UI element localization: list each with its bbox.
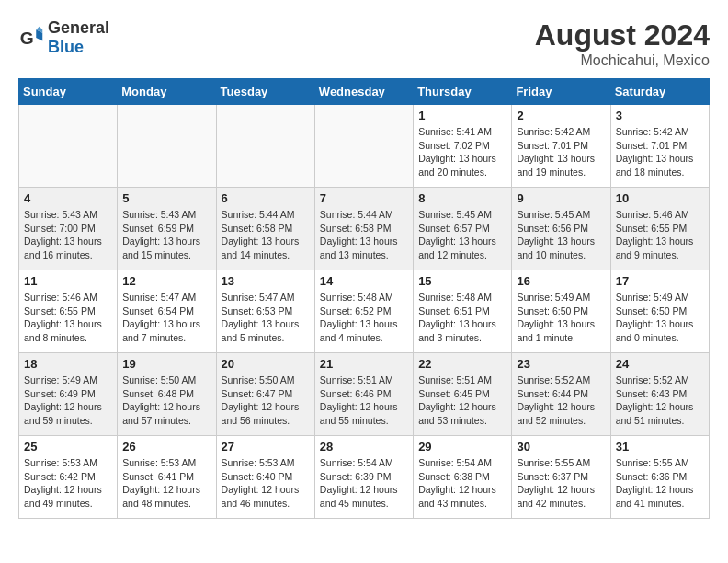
cell-info: Sunrise: 5:53 AMSunset: 6:41 PMDaylight:… [122, 456, 210, 511]
cell-info: Sunrise: 5:42 AMSunset: 7:01 PMDaylight:… [517, 125, 605, 179]
cell-info: Sunrise: 5:44 AMSunset: 6:58 PMDaylight:… [320, 208, 408, 262]
cell-info: Sunrise: 5:45 AMSunset: 6:57 PMDaylight:… [418, 208, 506, 262]
calendar-cell [118, 105, 216, 188]
cell-info: Sunrise: 5:50 AMSunset: 6:48 PMDaylight:… [122, 373, 210, 428]
day-number: 21 [320, 357, 408, 371]
calendar-cell: 8Sunrise: 5:45 AMSunset: 6:57 PMDaylight… [414, 188, 512, 270]
calendar-cell: 24Sunrise: 5:52 AMSunset: 6:43 PMDayligh… [610, 353, 709, 436]
logo-text: General Blue [48, 18, 109, 57]
logo-icon: G [18, 25, 44, 51]
cell-info: Sunrise: 5:52 AMSunset: 6:44 PMDaylight:… [517, 373, 605, 428]
calendar-cell: 6Sunrise: 5:44 AMSunset: 6:58 PMDaylight… [216, 188, 314, 270]
cell-info: Sunrise: 5:53 AMSunset: 6:40 PMDaylight:… [222, 456, 310, 511]
day-number: 16 [517, 274, 605, 288]
cell-info: Sunrise: 5:48 AMSunset: 6:51 PMDaylight:… [418, 291, 506, 345]
cell-info: Sunrise: 5:51 AMSunset: 6:45 PMDaylight:… [418, 373, 506, 428]
day-number: 20 [222, 357, 310, 371]
cell-info: Sunrise: 5:48 AMSunset: 6:52 PMDaylight:… [320, 291, 408, 345]
day-number: 12 [122, 274, 210, 288]
day-number: 11 [24, 274, 112, 288]
day-number: 9 [517, 191, 605, 205]
cell-info: Sunrise: 5:54 AMSunset: 6:39 PMDaylight:… [320, 456, 408, 511]
calendar-cell: 30Sunrise: 5:55 AMSunset: 6:37 PMDayligh… [512, 436, 610, 519]
month-year: August 2024 [535, 18, 710, 52]
week-row-1: 1Sunrise: 5:41 AMSunset: 7:02 PMDaylight… [19, 105, 710, 188]
day-number: 10 [616, 191, 704, 205]
cell-info: Sunrise: 5:49 AMSunset: 6:50 PMDaylight:… [517, 291, 605, 345]
calendar-cell: 5Sunrise: 5:43 AMSunset: 6:59 PMDaylight… [118, 188, 216, 270]
calendar-cell [314, 105, 413, 188]
calendar-cell: 4Sunrise: 5:43 AMSunset: 7:00 PMDaylight… [19, 188, 118, 270]
day-number: 7 [320, 191, 408, 205]
calendar-cell: 1Sunrise: 5:41 AMSunset: 7:02 PMDaylight… [414, 105, 512, 188]
calendar-cell: 12Sunrise: 5:47 AMSunset: 6:54 PMDayligh… [118, 270, 216, 353]
week-row-3: 11Sunrise: 5:46 AMSunset: 6:55 PMDayligh… [19, 270, 710, 353]
day-number: 1 [418, 109, 506, 122]
calendar-cell: 31Sunrise: 5:55 AMSunset: 6:36 PMDayligh… [610, 436, 709, 519]
logo-general: General [48, 18, 109, 37]
calendar-cell: 21Sunrise: 5:51 AMSunset: 6:46 PMDayligh… [314, 353, 413, 436]
day-number: 13 [222, 274, 310, 288]
cell-info: Sunrise: 5:45 AMSunset: 6:56 PMDaylight:… [517, 208, 605, 262]
weekday-tuesday: Tuesday [216, 79, 314, 105]
weekday-header-row: SundayMondayTuesdayWednesdayThursdayFrid… [19, 79, 710, 105]
title-block: August 2024 Mochicahui, Mexico [535, 18, 710, 69]
calendar-cell: 22Sunrise: 5:51 AMSunset: 6:45 PMDayligh… [414, 353, 512, 436]
page-header: G General Blue August 2024 Mochicahui, M… [18, 18, 710, 69]
cell-info: Sunrise: 5:54 AMSunset: 6:38 PMDaylight:… [418, 456, 506, 511]
day-number: 19 [122, 357, 210, 371]
day-number: 27 [222, 440, 310, 454]
cell-info: Sunrise: 5:46 AMSunset: 6:55 PMDaylight:… [616, 208, 704, 262]
calendar-cell: 9Sunrise: 5:45 AMSunset: 6:56 PMDaylight… [512, 188, 610, 270]
cell-info: Sunrise: 5:43 AMSunset: 6:59 PMDaylight:… [122, 208, 210, 262]
cell-info: Sunrise: 5:55 AMSunset: 6:37 PMDaylight:… [517, 456, 605, 511]
day-number: 23 [517, 357, 605, 371]
calendar-table: SundayMondayTuesdayWednesdayThursdayFrid… [18, 78, 710, 519]
day-number: 15 [418, 274, 506, 288]
calendar-cell: 16Sunrise: 5:49 AMSunset: 6:50 PMDayligh… [512, 270, 610, 353]
location: Mochicahui, Mexico [535, 52, 710, 69]
day-number: 30 [517, 440, 605, 454]
calendar-cell: 28Sunrise: 5:54 AMSunset: 6:39 PMDayligh… [314, 436, 413, 519]
weekday-sunday: Sunday [19, 79, 118, 105]
day-number: 6 [222, 191, 310, 205]
calendar-cell: 11Sunrise: 5:46 AMSunset: 6:55 PMDayligh… [19, 270, 118, 353]
weekday-wednesday: Wednesday [314, 79, 413, 105]
week-row-4: 18Sunrise: 5:49 AMSunset: 6:49 PMDayligh… [19, 353, 710, 436]
cell-info: Sunrise: 5:46 AMSunset: 6:55 PMDaylight:… [24, 291, 112, 345]
weekday-monday: Monday [118, 79, 216, 105]
calendar-cell: 27Sunrise: 5:53 AMSunset: 6:40 PMDayligh… [216, 436, 314, 519]
cell-info: Sunrise: 5:43 AMSunset: 7:00 PMDaylight:… [24, 208, 112, 262]
weekday-saturday: Saturday [610, 79, 709, 105]
week-row-2: 4Sunrise: 5:43 AMSunset: 7:00 PMDaylight… [19, 188, 710, 270]
calendar-cell: 10Sunrise: 5:46 AMSunset: 6:55 PMDayligh… [610, 188, 709, 270]
cell-info: Sunrise: 5:55 AMSunset: 6:36 PMDaylight:… [616, 456, 704, 511]
calendar-cell: 26Sunrise: 5:53 AMSunset: 6:41 PMDayligh… [118, 436, 216, 519]
day-number: 22 [418, 357, 506, 371]
day-number: 24 [616, 357, 704, 371]
weekday-friday: Friday [512, 79, 610, 105]
day-number: 29 [418, 440, 506, 454]
calendar-cell: 14Sunrise: 5:48 AMSunset: 6:52 PMDayligh… [314, 270, 413, 353]
day-number: 25 [24, 440, 112, 454]
cell-info: Sunrise: 5:47 AMSunset: 6:54 PMDaylight:… [122, 291, 210, 345]
calendar-cell [216, 105, 314, 188]
calendar-cell [19, 105, 118, 188]
weekday-thursday: Thursday [414, 79, 512, 105]
calendar-cell: 15Sunrise: 5:48 AMSunset: 6:51 PMDayligh… [414, 270, 512, 353]
cell-info: Sunrise: 5:44 AMSunset: 6:58 PMDaylight:… [222, 208, 310, 262]
cell-info: Sunrise: 5:41 AMSunset: 7:02 PMDaylight:… [418, 125, 506, 179]
calendar-cell: 7Sunrise: 5:44 AMSunset: 6:58 PMDaylight… [314, 188, 413, 270]
cell-info: Sunrise: 5:42 AMSunset: 7:01 PMDaylight:… [616, 125, 704, 179]
day-number: 4 [24, 191, 112, 205]
cell-info: Sunrise: 5:49 AMSunset: 6:50 PMDaylight:… [616, 291, 704, 345]
cell-info: Sunrise: 5:50 AMSunset: 6:47 PMDaylight:… [222, 373, 310, 428]
week-row-5: 25Sunrise: 5:53 AMSunset: 6:42 PMDayligh… [19, 436, 710, 519]
day-number: 28 [320, 440, 408, 454]
calendar-cell: 13Sunrise: 5:47 AMSunset: 6:53 PMDayligh… [216, 270, 314, 353]
logo-blue: Blue [48, 38, 84, 56]
calendar-cell: 2Sunrise: 5:42 AMSunset: 7:01 PMDaylight… [512, 105, 610, 188]
calendar-cell: 29Sunrise: 5:54 AMSunset: 6:38 PMDayligh… [414, 436, 512, 519]
cell-info: Sunrise: 5:51 AMSunset: 6:46 PMDaylight:… [320, 373, 408, 428]
calendar-cell: 18Sunrise: 5:49 AMSunset: 6:49 PMDayligh… [19, 353, 118, 436]
